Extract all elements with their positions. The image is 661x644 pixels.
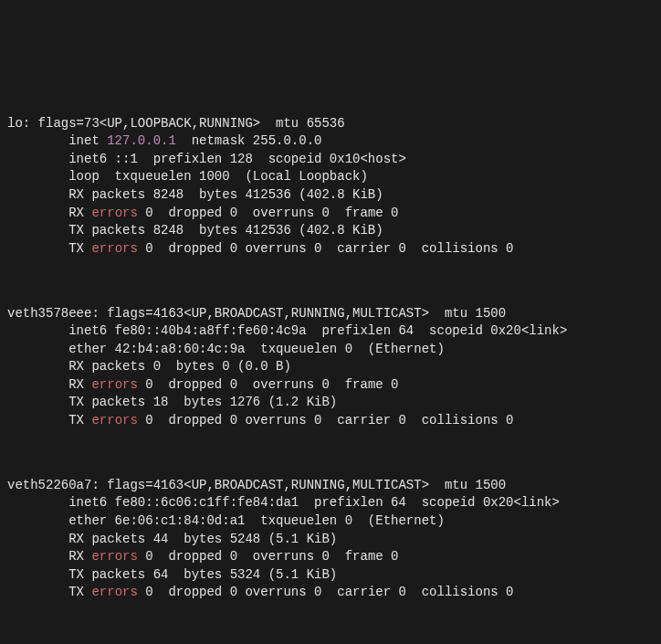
rx-err-post: 0 dropped 0 overruns 0 frame 0 xyxy=(138,206,399,220)
rx-err-pre: RX xyxy=(7,206,91,220)
iface-block-veth3578eee: veth3578eee: flags=4163<UP,BROADCAST,RUN… xyxy=(7,287,654,430)
extra-line: loop txqueuelen 1000 (Local Loopback) xyxy=(7,169,368,184)
iface-block-veth52260a7: veth52260a7: flags=4163<UP,BROADCAST,RUN… xyxy=(7,459,654,602)
flags-line: lo: flags=73<UP,LOOPBACK,RUNNING> mtu 65… xyxy=(7,116,345,131)
rx-pkts: RX packets 44 bytes 5248 (5.1 KiB) xyxy=(7,532,337,546)
terminal-output: lo: flags=73<UP,LOOPBACK,RUNNING> mtu 65… xyxy=(7,79,654,644)
iface-block-vetha82099e: vetha82099e: flags=4163<UP,BROADCAST,RUN… xyxy=(7,631,654,644)
tx-err-post: 0 dropped 0 overruns 0 carrier 0 collisi… xyxy=(138,585,514,599)
rx-err-word: errors xyxy=(91,549,137,564)
rx-err-word: errors xyxy=(91,206,137,220)
extra-line: ether 42:b4:a8:60:4c:9a txqueuelen 0 (Et… xyxy=(7,342,445,356)
tx-err-word: errors xyxy=(91,241,137,256)
inet6-line: inet6 fe80::40b4:a8ff:fe60:4c9a prefixle… xyxy=(7,323,567,338)
inet-post: netmask 255.0.0.0 xyxy=(176,133,322,148)
flags-line: veth3578eee: flags=4163<UP,BROADCAST,RUN… xyxy=(7,306,506,321)
rx-err-pre: RX xyxy=(7,377,91,392)
inet6-line: inet6 fe80::6c06:c1ff:fe84:da1 prefixlen… xyxy=(7,495,560,510)
rx-err-post: 0 dropped 0 overruns 0 frame 0 xyxy=(138,377,399,392)
tx-err-pre: TX xyxy=(7,241,91,256)
tx-err-post: 0 dropped 0 overruns 0 carrier 0 collisi… xyxy=(138,413,514,428)
tx-pkts: TX packets 18 bytes 1276 (1.2 KiB) xyxy=(7,395,337,409)
inet6-line: inet6 ::1 prefixlen 128 scopeid 0x10<hos… xyxy=(7,152,406,166)
tx-pkts: TX packets 64 bytes 5324 (5.1 KiB) xyxy=(7,567,337,582)
tx-err-pre: TX xyxy=(7,585,91,599)
flags-line: veth52260a7: flags=4163<UP,BROADCAST,RUN… xyxy=(7,478,506,492)
tx-err-word: errors xyxy=(91,585,137,599)
tx-err-pre: TX xyxy=(7,413,91,428)
tx-err-word: errors xyxy=(91,413,137,428)
tx-pkts: TX packets 8248 bytes 412536 (402.8 KiB) xyxy=(7,223,383,238)
inet-ip: 127.0.0.1 xyxy=(107,133,176,148)
extra-line: ether 6e:06:c1:84:0d:a1 txqueuelen 0 (Et… xyxy=(7,513,445,528)
tx-err-post: 0 dropped 0 overruns 0 carrier 0 collisi… xyxy=(138,241,514,256)
iface-block-lo: lo: flags=73<UP,LOOPBACK,RUNNING> mtu 65… xyxy=(7,97,654,258)
rx-pkts: RX packets 8248 bytes 412536 (402.8 KiB) xyxy=(7,187,383,202)
rx-err-post: 0 dropped 0 overruns 0 frame 0 xyxy=(138,549,399,564)
inet-pre: inet xyxy=(7,133,107,148)
rx-err-pre: RX xyxy=(7,549,91,564)
rx-err-word: errors xyxy=(91,377,137,392)
rx-pkts: RX packets 0 bytes 0 (0.0 B) xyxy=(7,359,291,374)
